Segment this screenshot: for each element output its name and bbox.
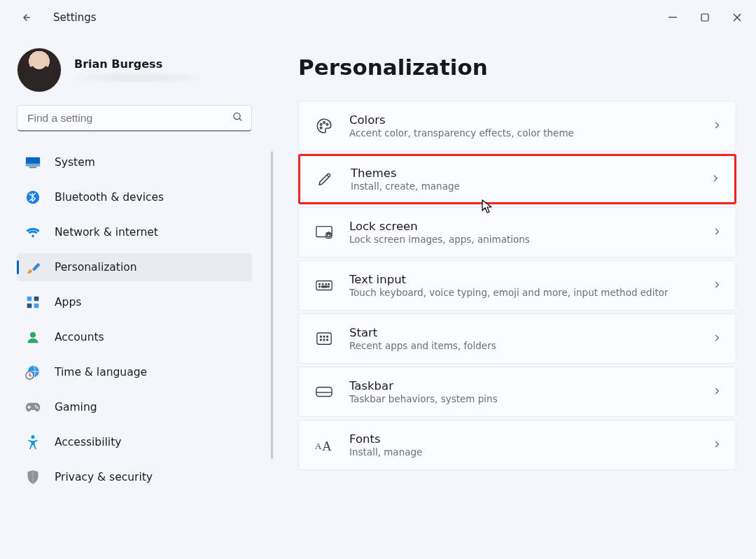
sidebar: Brian Burgess System Bluetoo bbox=[0, 35, 270, 559]
card-colors[interactable]: Colors Accent color, transparency effect… bbox=[298, 101, 736, 151]
page-title: Personalization bbox=[298, 55, 736, 80]
card-themes[interactable]: Themes Install, create, manage bbox=[298, 154, 736, 204]
user-info: Brian Burgess bbox=[74, 57, 200, 83]
back-button[interactable] bbox=[15, 7, 36, 28]
chevron-right-icon bbox=[712, 226, 722, 239]
svg-point-37 bbox=[323, 339, 325, 341]
sidebar-item-apps[interactable]: Apps bbox=[17, 288, 252, 316]
card-start[interactable]: Start Recent apps and items, folders bbox=[298, 313, 736, 364]
card-body: Lock screen Lock screen images, apps, an… bbox=[349, 220, 696, 245]
sidebar-item-accounts[interactable]: Accounts bbox=[17, 323, 252, 351]
svg-point-33 bbox=[320, 336, 321, 337]
main-content: Personalization Colors Accent color, tra… bbox=[270, 35, 756, 559]
sidebar-item-privacy[interactable]: Privacy & security bbox=[17, 463, 252, 491]
sidebar-scrollbar[interactable] bbox=[271, 151, 273, 459]
card-title: Start bbox=[349, 326, 696, 339]
sidebar-item-network[interactable]: Network & internet bbox=[17, 218, 252, 246]
sidebar-item-accessibility[interactable]: Accessibility bbox=[17, 428, 252, 456]
window-controls bbox=[657, 5, 753, 30]
sidebar-item-gaming[interactable]: Gaming bbox=[17, 393, 252, 421]
svg-rect-22 bbox=[326, 233, 331, 238]
svg-point-6 bbox=[27, 191, 39, 204]
svg-rect-1 bbox=[701, 14, 708, 21]
maximize-icon bbox=[701, 13, 709, 22]
svg-rect-8 bbox=[34, 297, 39, 302]
sidebar-item-system[interactable]: System bbox=[17, 148, 252, 176]
sidebar-item-bluetooth[interactable]: Bluetooth & devices bbox=[17, 183, 252, 211]
taskbar-icon bbox=[314, 382, 334, 402]
card-title: Colors bbox=[349, 113, 696, 127]
svg-point-18 bbox=[323, 122, 326, 124]
card-fonts[interactable]: AA Fonts Install, manage bbox=[298, 420, 736, 470]
accessibility-icon bbox=[25, 434, 41, 450]
svg-point-31 bbox=[328, 286, 330, 288]
title-bar: Settings bbox=[0, 0, 756, 35]
system-icon bbox=[25, 155, 41, 170]
card-subtitle: Taskbar behaviors, system pins bbox=[349, 393, 696, 404]
search-icon bbox=[232, 111, 244, 126]
card-title: Taskbar bbox=[349, 379, 696, 392]
svg-point-38 bbox=[327, 339, 328, 341]
svg-rect-0 bbox=[668, 17, 677, 17]
search-input[interactable] bbox=[17, 105, 252, 132]
chevron-right-icon bbox=[712, 332, 722, 346]
svg-text:A: A bbox=[322, 439, 332, 453]
sidebar-item-label: Personalization bbox=[55, 261, 137, 274]
card-subtitle: Recent apps and items, folders bbox=[349, 340, 696, 351]
fonts-icon: AA bbox=[314, 435, 334, 455]
svg-rect-4 bbox=[26, 164, 40, 167]
chevron-right-icon bbox=[712, 120, 722, 133]
user-profile[interactable]: Brian Burgess bbox=[17, 43, 270, 105]
maximize-button[interactable] bbox=[689, 5, 721, 30]
pen-icon bbox=[316, 169, 335, 189]
svg-point-16 bbox=[31, 435, 35, 439]
card-body: Themes Install, create, manage bbox=[351, 167, 695, 192]
svg-point-2 bbox=[234, 113, 240, 119]
sidebar-item-label: Time & language bbox=[55, 366, 147, 378]
keyboard-icon bbox=[314, 276, 334, 295]
svg-rect-30 bbox=[321, 286, 327, 288]
card-body: Taskbar Taskbar behaviors, system pins bbox=[349, 379, 696, 404]
card-body: Fonts Install, manage bbox=[349, 432, 696, 458]
svg-text:A: A bbox=[315, 441, 322, 452]
card-subtitle: Accent color, transparency effects, colo… bbox=[349, 127, 696, 139]
card-lockscreen[interactable]: Lock screen Lock screen images, apps, an… bbox=[298, 207, 736, 257]
user-name: Brian Burgess bbox=[74, 57, 200, 71]
card-subtitle: Install, manage bbox=[349, 446, 696, 458]
chevron-right-icon bbox=[712, 385, 722, 399]
svg-rect-24 bbox=[316, 281, 332, 290]
card-title: Themes bbox=[351, 167, 695, 180]
svg-point-11 bbox=[30, 332, 36, 338]
sidebar-item-label: Accessibility bbox=[55, 436, 121, 448]
chevron-right-icon bbox=[710, 173, 720, 186]
svg-rect-9 bbox=[27, 304, 32, 309]
shield-icon bbox=[25, 469, 41, 485]
card-taskbar[interactable]: Taskbar Taskbar behaviors, system pins bbox=[298, 367, 736, 417]
sidebar-item-personalization[interactable]: Personalization bbox=[17, 253, 252, 281]
sidebar-item-label: Network & internet bbox=[55, 226, 158, 239]
close-button[interactable] bbox=[721, 5, 753, 30]
sidebar-item-time[interactable]: Time & language bbox=[17, 358, 252, 386]
sidebar-item-label: Bluetooth & devices bbox=[55, 191, 164, 204]
svg-rect-7 bbox=[27, 297, 32, 302]
svg-point-27 bbox=[326, 283, 327, 285]
minimize-button[interactable] bbox=[657, 5, 689, 30]
close-icon bbox=[733, 13, 741, 22]
card-body: Colors Accent color, transparency effect… bbox=[349, 113, 696, 139]
sidebar-item-label: Apps bbox=[55, 296, 81, 309]
title-bar-left: Settings bbox=[15, 7, 97, 28]
svg-rect-10 bbox=[34, 304, 39, 309]
card-textinput[interactable]: Text input Touch keyboard, voice typing,… bbox=[298, 260, 736, 311]
sidebar-item-label: Privacy & security bbox=[55, 471, 153, 483]
apps-icon bbox=[25, 295, 41, 310]
card-title: Lock screen bbox=[349, 220, 696, 233]
wifi-icon bbox=[25, 225, 41, 240]
lock-screen-icon bbox=[314, 222, 334, 242]
svg-rect-32 bbox=[317, 333, 331, 345]
svg-point-20 bbox=[320, 127, 322, 129]
svg-point-35 bbox=[327, 336, 328, 337]
start-icon bbox=[314, 329, 334, 348]
palette-icon bbox=[314, 116, 334, 136]
search-wrapper bbox=[17, 105, 252, 132]
back-arrow-icon bbox=[20, 11, 32, 24]
